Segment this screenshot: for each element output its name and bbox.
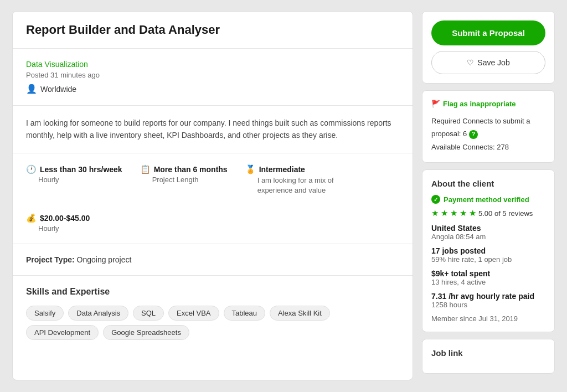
skill-tag[interactable]: Salsify — [26, 306, 64, 321]
star-4: ★ — [460, 208, 467, 218]
skills-grid: Salsify Data Analysis SQL Excel VBA Tabl… — [26, 306, 399, 340]
avg-rate-item: 7.31 /hr avg hourly rate paid 1258 hours — [431, 292, 545, 309]
client-card: About the client ✓ Payment method verifi… — [422, 169, 555, 332]
skills-section: Skills and Expertise Salsify Data Analys… — [13, 276, 413, 351]
duration-meta: 📋 More than 6 months Project Length — [140, 164, 228, 195]
rating-text: 5.00 of 5 reviews — [478, 209, 533, 218]
star-2: ★ — [441, 208, 448, 218]
rate-sub: Hourly — [26, 224, 90, 233]
total-spent-label: $9k+ total spent — [431, 269, 545, 278]
connects-info: Required Connects to submit a proposal: … — [431, 115, 545, 153]
jobs-posted-item: 17 jobs posted 59% hire rate, 1 open job — [431, 246, 545, 264]
location-icon: 👤 — [26, 84, 37, 94]
title-section: Report Builder and Data Analyser — [13, 12, 413, 49]
sidebar: Submit a Proposal ♡ Save Job 🚩 Flag as i… — [422, 11, 555, 380]
job-meta-section: 🕐 Less than 30 hrs/week Hourly 📋 More th… — [13, 153, 413, 244]
star-1: ★ — [431, 208, 439, 218]
project-type-section: Project Type: Ongoing project — [13, 244, 413, 276]
save-job-button[interactable]: ♡ Save Job — [431, 51, 545, 74]
description-text: I am looking for someone to build report… — [26, 117, 399, 142]
level-icon: 🏅 — [245, 164, 256, 174]
skill-tag[interactable]: Excel VBA — [168, 306, 219, 321]
total-spent-item: $9k+ total spent 13 hires, 4 active — [431, 269, 545, 286]
save-job-label: Save Job — [477, 58, 509, 67]
submit-proposal-button[interactable]: Submit a Proposal — [431, 20, 545, 45]
location-row: 👤 Worldwide — [26, 84, 399, 94]
hours-sub: Hourly — [26, 176, 122, 184]
client-section-title: About the client — [431, 179, 545, 188]
rate-label: $20.00-$45.00 — [40, 214, 90, 223]
jobs-posted-sub: 59% hire rate, 1 open job — [431, 255, 545, 264]
verified-row: ✓ Payment method verified — [431, 195, 545, 204]
level-desc: I am looking for a mix of experience and… — [245, 176, 345, 195]
verified-icon: ✓ — [431, 195, 440, 204]
hours-meta: 🕐 Less than 30 hrs/week Hourly — [26, 164, 122, 195]
project-type-value: Ongoing project — [77, 255, 132, 264]
skill-tag[interactable]: Google Spreadsheets — [103, 325, 189, 340]
stars-row: ★ ★ ★ ★ ★ 5.00 of 5 reviews — [431, 208, 545, 218]
skill-tag[interactable]: API Development — [26, 325, 99, 340]
country-item: United States Angola 08:54 am — [431, 224, 545, 241]
jobs-posted-label: 17 jobs posted — [431, 246, 545, 255]
star-5: ★ — [469, 208, 476, 218]
level-meta: 🏅 Intermediate I am looking for a mix of… — [245, 164, 345, 195]
timezone-label: Angola 08:54 am — [431, 233, 545, 241]
skill-tag[interactable]: Tableau — [224, 306, 266, 321]
skill-tag[interactable]: Data Analysis — [68, 306, 128, 321]
duration-label: More than 6 months — [154, 165, 228, 174]
skills-title: Skills and Expertise — [26, 287, 399, 297]
action-card: Submit a Proposal ♡ Save Job — [422, 11, 555, 84]
avg-rate-label: 7.31 /hr avg hourly rate paid — [431, 292, 545, 301]
duration-sub: Project Length — [140, 176, 228, 184]
category-link[interactable]: Data Visualization — [26, 60, 399, 69]
posted-time: Posted 31 minutes ago — [26, 71, 399, 79]
flag-icon: 🚩 — [431, 100, 440, 108]
project-type-label: Project Type: — [26, 255, 75, 264]
description-section: I am looking for someone to build report… — [13, 106, 413, 153]
calendar-icon: 📋 — [140, 164, 151, 174]
member-since: Member since Jul 31, 2019 — [431, 314, 545, 323]
connects-available: Available Connects: 278 — [431, 141, 545, 153]
rate-meta: 💰 $20.00-$45.00 Hourly — [26, 213, 90, 233]
project-type-row: Project Type: Ongoing project — [26, 255, 399, 264]
connects-card: 🚩 Flag as inappropriate Required Connect… — [422, 90, 555, 163]
help-icon[interactable]: ? — [469, 130, 478, 139]
skill-tag[interactable]: SQL — [133, 306, 164, 321]
job-meta-grid: 🕐 Less than 30 hrs/week Hourly 📋 More th… — [26, 164, 399, 233]
skill-tag[interactable]: Alexa Skill Kit — [270, 306, 330, 321]
connects-required: Required Connects to submit a proposal: … — [431, 115, 545, 141]
payment-verified: Payment method verified — [444, 195, 529, 204]
clock-icon: 🕐 — [26, 164, 37, 174]
star-3: ★ — [450, 208, 457, 218]
country-label: United States — [431, 224, 545, 233]
job-link-title: Job link — [431, 348, 545, 358]
flag-label: Flag as inappropriate — [443, 100, 516, 108]
avg-rate-sub: 1258 hours — [431, 301, 545, 309]
level-label: Intermediate — [259, 165, 305, 174]
job-title: Report Builder and Data Analyser — [26, 23, 399, 37]
total-spent-sub: 13 hires, 4 active — [431, 278, 545, 286]
location-text: Worldwide — [40, 85, 76, 94]
category-section: Data Visualization Posted 31 minutes ago… — [13, 49, 413, 106]
main-content: Report Builder and Data Analyser Data Vi… — [12, 11, 413, 380]
job-link-card: Job link — [422, 339, 555, 374]
heart-icon: ♡ — [467, 58, 474, 67]
flag-link[interactable]: 🚩 Flag as inappropriate — [431, 100, 545, 108]
money-icon: 💰 — [26, 213, 37, 223]
hours-label: Less than 30 hrs/week — [40, 165, 122, 174]
